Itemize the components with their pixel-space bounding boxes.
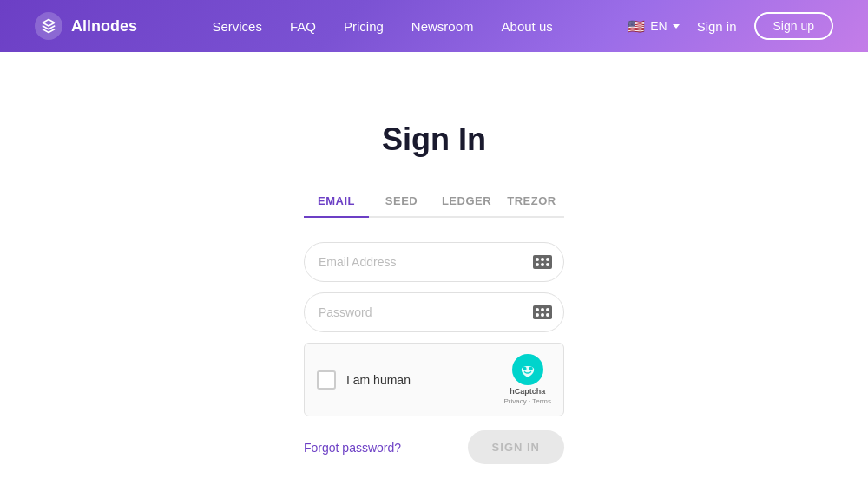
nav-about[interactable]: About us [502,19,553,34]
hcaptcha-logo-icon [512,354,543,385]
captcha-right: hCaptcha Privacy · Terms [503,354,551,405]
logo-icon [35,12,62,40]
tab-ledger[interactable]: LEDGER [434,186,499,216]
form-bottom: Forgot password? SIGN IN [304,430,564,464]
header: Allnodes Services FAQ Pricing Newsroom A… [0,0,868,52]
tab-seed[interactable]: SEED [369,186,434,216]
email-wrapper [304,242,564,282]
signup-button[interactable]: Sign up [754,12,833,40]
captcha-label: I am human [346,373,411,387]
captcha-left: I am human [317,370,411,390]
forgot-password-link[interactable]: Forgot password? [304,441,401,455]
nav-pricing[interactable]: Pricing [344,19,384,34]
captcha-brand: hCaptcha [510,387,545,396]
tab-email[interactable]: EMAIL [304,186,369,216]
main-content: Sign In EMAIL SEED LEDGER TREZOR [0,52,868,464]
flag-icon: 🇺🇸 [628,18,645,35]
page-title: Sign In [382,121,486,158]
auth-tabs: EMAIL SEED LEDGER TREZOR [304,186,564,218]
nav-faq[interactable]: FAQ [290,19,316,34]
main-nav: Services FAQ Pricing Newsroom About us [212,19,552,34]
svg-point-2 [529,367,533,371]
signin-button[interactable]: SIGN IN [468,430,564,464]
captcha-widget[interactable]: I am human hCaptcha Privacy · Terms [304,343,564,416]
password-icon [533,305,552,319]
svg-point-1 [523,367,527,371]
captcha-checkbox[interactable] [317,370,336,390]
email-input[interactable] [304,242,564,282]
signin-form: I am human hCaptcha Privacy · Terms Forg… [304,242,564,464]
email-icon [533,255,552,269]
tab-trezor[interactable]: TREZOR [499,186,564,216]
nav-services[interactable]: Services [212,19,262,34]
captcha-links: Privacy · Terms [503,397,551,405]
header-right: 🇺🇸 EN Sign in Sign up [628,12,833,40]
password-wrapper [304,292,564,332]
chevron-down-icon [673,24,680,29]
lang-label: EN [650,19,667,33]
logo-text: Allnodes [71,17,137,36]
language-selector[interactable]: 🇺🇸 EN [628,18,679,35]
signin-link[interactable]: Sign in [697,19,737,34]
nav-newsroom[interactable]: Newsroom [411,19,474,34]
password-input[interactable] [304,292,564,332]
logo-area: Allnodes [35,12,137,40]
